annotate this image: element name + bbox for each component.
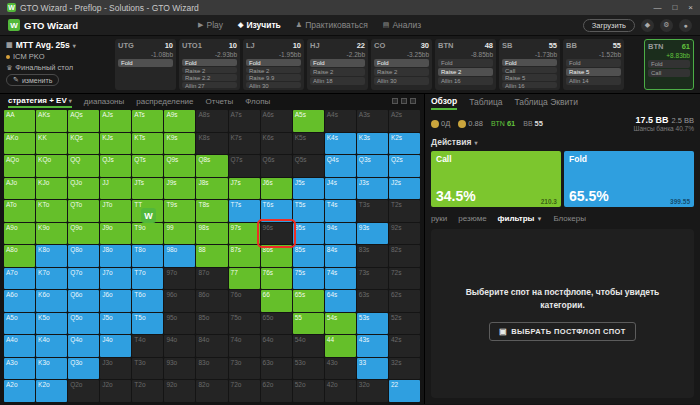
hand-72s[interactable]: 72s: [389, 268, 420, 290]
action-allin-16[interactable]: Allin 16: [438, 77, 493, 85]
hand-a8s[interactable]: A8s: [196, 110, 227, 132]
hand-k9o[interactable]: K9o: [36, 223, 67, 245]
hand-k2o[interactable]: K2o: [36, 380, 67, 402]
hand-86s[interactable]: 86s: [261, 245, 292, 267]
hand-a5o[interactable]: A5o: [4, 313, 35, 335]
action-call[interactable]: Call: [648, 69, 690, 77]
settings-icon[interactable]: ⚙: [660, 19, 673, 32]
hand-t2s[interactable]: T2s: [389, 200, 420, 222]
hand-k3s[interactable]: K3s: [357, 133, 388, 155]
hand-q9s[interactable]: Q9s: [164, 155, 195, 177]
hand-62o[interactable]: 62o: [261, 380, 292, 402]
action-raise-2[interactable]: Raise 2: [246, 67, 301, 74]
hand-aks[interactable]: AKs: [36, 110, 67, 132]
hand-75o[interactable]: 75o: [229, 313, 260, 335]
action-fold[interactable]: Fold: [118, 59, 173, 67]
hand-j2o[interactable]: J2o: [100, 380, 131, 402]
hand-96o[interactable]: 96o: [164, 290, 195, 312]
hand-qq[interactable]: QQ: [68, 155, 99, 177]
hand-q6o[interactable]: Q6o: [68, 290, 99, 312]
hand-53s[interactable]: 53s: [357, 313, 388, 335]
hand-k6s[interactable]: K6s: [261, 133, 292, 155]
hand-87o[interactable]: 87o: [196, 268, 227, 290]
grid-tab-distribution[interactable]: распределение: [136, 94, 193, 108]
hand-94s[interactable]: 94s: [325, 223, 356, 245]
hand-aqo[interactable]: AQo: [4, 155, 35, 177]
hand-kts[interactable]: KTs: [132, 133, 163, 155]
hand-j4s[interactable]: J4s: [325, 178, 356, 200]
hand-t8o[interactable]: T8o: [132, 245, 163, 267]
hand-j7s[interactable]: J7s: [229, 178, 260, 200]
hand-42s[interactable]: 42s: [389, 335, 420, 357]
hand-a9o[interactable]: A9o: [4, 223, 35, 245]
hand-t6o[interactable]: T6o: [132, 290, 163, 312]
position-card-sb[interactable]: SB55-1.73bbFoldCallRaise 5Allin 16: [499, 39, 560, 90]
hand-j6o[interactable]: J6o: [100, 290, 131, 312]
hand-85o[interactable]: 85o: [196, 313, 227, 335]
nav-practice[interactable]: ♟Практиковаться: [296, 20, 368, 30]
action-fold[interactable]: Fold: [648, 60, 690, 68]
hand-62s[interactable]: 62s: [389, 290, 420, 312]
hand-kjo[interactable]: KJo: [36, 178, 67, 200]
nav-analyze[interactable]: ▤Анализ: [383, 20, 421, 30]
hand-q5o[interactable]: Q5o: [68, 313, 99, 335]
hand-84o[interactable]: 84o: [196, 335, 227, 357]
hand-q3s[interactable]: Q3s: [357, 155, 388, 177]
hand-k2s[interactable]: K2s: [389, 133, 420, 155]
action-allin-16[interactable]: Allin 16: [502, 82, 557, 89]
hand-j5s[interactable]: J5s: [293, 178, 324, 200]
position-card-co[interactable]: CO30-3.25bbFoldRaise 2Allin 30: [371, 39, 432, 90]
hand-q7s[interactable]: Q7s: [229, 155, 260, 177]
hand-84s[interactable]: 84s: [325, 245, 356, 267]
hand-a2s[interactable]: A2s: [389, 110, 420, 132]
subtab-summary[interactable]: резюме: [458, 214, 486, 223]
hand-65o[interactable]: 65o: [261, 313, 292, 335]
hand-66[interactable]: 66: [261, 290, 292, 312]
hand-53o[interactable]: 53o: [293, 358, 324, 380]
hand-qto[interactable]: QTo: [68, 200, 99, 222]
hand-k9s[interactable]: K9s: [164, 133, 195, 155]
action-fold[interactable]: Fold: [438, 59, 493, 67]
hand-83s[interactable]: 83s: [357, 245, 388, 267]
hand-52o[interactable]: 52o: [293, 380, 324, 402]
subtab-filters[interactable]: фильтры▼: [498, 214, 543, 223]
subtab-hands[interactable]: руки: [431, 214, 447, 223]
view-toggle-1-icon[interactable]: [392, 98, 398, 104]
hand-a4o[interactable]: A4o: [4, 335, 35, 357]
hand-q3o[interactable]: Q3o: [68, 358, 99, 380]
hand-a2o[interactable]: A2o: [4, 380, 35, 402]
action-raise-2[interactable]: Raise 2: [310, 68, 365, 76]
hand-33[interactable]: 33: [357, 358, 388, 380]
hand-73o[interactable]: 73o: [229, 358, 260, 380]
action-raise-2-2[interactable]: Raise 2.2: [182, 74, 237, 81]
action-fold[interactable]: Fold: [182, 59, 237, 66]
nav-study[interactable]: ◈Изучить: [238, 20, 281, 30]
hand-j5o[interactable]: J5o: [100, 313, 131, 335]
hand-jts[interactable]: JTs: [132, 178, 163, 200]
hand-j9o[interactable]: J9o: [100, 223, 131, 245]
hand-ako[interactable]: AKo: [4, 133, 35, 155]
action-fold[interactable]: Fold: [310, 59, 365, 67]
action-raise-9-9[interactable]: Raise 9.9: [246, 74, 301, 81]
hand-77[interactable]: 77: [229, 268, 260, 290]
action-allin-30[interactable]: Allin 30: [246, 82, 301, 89]
select-postflop-spot-button[interactable]: ▣ ВЫБРАТЬ ПОСТФЛОП СПОТ: [489, 322, 636, 341]
hand-aa[interactable]: AA: [4, 110, 35, 132]
hand-t4o[interactable]: T4o: [132, 335, 163, 357]
hand-75s[interactable]: 75s: [293, 268, 324, 290]
action-fold[interactable]: Fold: [502, 59, 557, 66]
hand-q8o[interactable]: Q8o: [68, 245, 99, 267]
hand-k8s[interactable]: K8s: [196, 133, 227, 155]
hand-32o[interactable]: 32o: [357, 380, 388, 402]
nav-play[interactable]: ▶Play: [198, 20, 223, 30]
hand-82o[interactable]: 82o: [196, 380, 227, 402]
hand-92s[interactable]: 92s: [389, 223, 420, 245]
hand-52s[interactable]: 52s: [389, 313, 420, 335]
hand-87s[interactable]: 87s: [229, 245, 260, 267]
position-card-uto1[interactable]: UTO110-2.93bbFoldRaise 2Raise 2.2Allin 2…: [179, 39, 240, 90]
hand-42o[interactable]: 42o: [325, 380, 356, 402]
view-toggle-3-icon[interactable]: [410, 98, 416, 104]
hand-qjs[interactable]: QJs: [100, 155, 131, 177]
hand-kqs[interactable]: KQs: [68, 133, 99, 155]
hand-k7s[interactable]: K7s: [229, 133, 260, 155]
